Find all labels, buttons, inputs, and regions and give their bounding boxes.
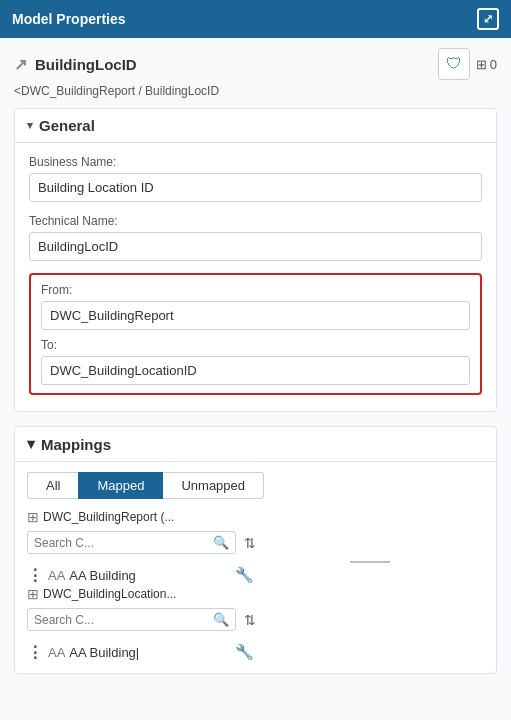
mappings-chevron-icon: ▾ [27, 435, 35, 453]
left-col-header: ⊞ DWC_BuildingReport (... [27, 509, 256, 525]
right-search-input[interactable] [34, 613, 209, 627]
left-item-aa-icon: AA [48, 568, 65, 583]
grid-count: 0 [490, 57, 497, 72]
expand-icon: ⤢ [483, 12, 493, 26]
left-item-label: AA Building [69, 568, 136, 583]
right-col-header: ⊞ DWC_BuildingLocation... [27, 586, 256, 602]
right-col-label: DWC_BuildingLocation... [43, 587, 176, 601]
technical-name-group: Technical Name: [29, 214, 482, 261]
entity-name-label: BuildingLocID [35, 56, 137, 73]
mapping-left-col: ⊞ DWC_BuildingReport (... 🔍 ⇅ ⋮ AA [27, 509, 256, 586]
technical-name-input[interactable] [29, 232, 482, 261]
entity-name-group: ↗ BuildingLocID [14, 55, 137, 74]
mappings-section-header[interactable]: ▾ Mappings [15, 427, 496, 462]
mapping-columns: ⊞ DWC_BuildingReport (... 🔍 ⇅ ⋮ AA [15, 509, 496, 673]
to-label: To: [41, 338, 470, 352]
shield-button[interactable]: 🛡 [438, 48, 470, 80]
from-to-box: From: To: [29, 273, 482, 395]
tab-unmapped[interactable]: Unmapped [163, 472, 264, 499]
general-section: ▾ General Business Name: Technical Name:… [14, 108, 497, 412]
mapping-right-col: ⊞ DWC_BuildingLocation... 🔍 ⇅ ⋮ AA [27, 586, 256, 663]
general-section-title: General [39, 117, 95, 134]
general-section-header[interactable]: ▾ General [15, 109, 496, 143]
right-tool-icon[interactable]: 🔧 [233, 641, 256, 663]
expand-button[interactable]: ⤢ [477, 8, 499, 30]
grid-button[interactable]: ⊞ 0 [476, 57, 497, 72]
left-search-input[interactable] [34, 536, 209, 550]
panel-body: ↗ BuildingLocID 🛡 ⊞ 0 <DWC_BuildingRepor… [0, 38, 511, 720]
right-mapping-item-row: ⋮ AA AA Building| 🔧 [27, 637, 256, 663]
grid-icon: ⊞ [476, 57, 487, 72]
right-item-aa-icon: AA [48, 645, 65, 660]
tab-mapped[interactable]: Mapped [78, 472, 163, 499]
entity-row: ↗ BuildingLocID 🛡 ⊞ 0 [14, 48, 497, 80]
mapping-line-svg [350, 557, 390, 567]
right-mapping-item: AA AA Building| [48, 645, 229, 660]
from-label: From: [41, 283, 470, 297]
breadcrumb-current: BuildingLocID [145, 84, 219, 98]
left-col-label: DWC_BuildingReport (... [43, 510, 174, 524]
breadcrumb-parent[interactable]: <DWC_BuildingReport [14, 84, 135, 98]
left-dots-menu[interactable]: ⋮ [27, 566, 44, 585]
left-search-icon: 🔍 [213, 535, 229, 550]
right-db-icon: ⊞ [27, 586, 39, 602]
general-chevron-icon: ▾ [27, 119, 33, 132]
right-search-icon: 🔍 [213, 612, 229, 627]
right-sort-button[interactable]: ⇅ [244, 612, 256, 628]
left-tool-icon[interactable]: 🔧 [233, 564, 256, 586]
to-input[interactable] [41, 356, 470, 385]
right-dots-menu[interactable]: ⋮ [27, 643, 44, 662]
business-name-group: Business Name: [29, 155, 482, 202]
left-db-icon: ⊞ [27, 509, 39, 525]
general-section-body: Business Name: Technical Name: From: To: [15, 143, 496, 411]
right-search-row: 🔍 [27, 608, 236, 631]
panel-header: Model Properties ⤢ [0, 0, 511, 38]
entity-actions: 🛡 ⊞ 0 [438, 48, 497, 80]
from-input[interactable] [41, 301, 470, 330]
tab-all[interactable]: All [27, 472, 78, 499]
business-name-label: Business Name: [29, 155, 482, 169]
panel-title: Model Properties [12, 11, 126, 27]
technical-name-label: Technical Name: [29, 214, 482, 228]
breadcrumb[interactable]: <DWC_BuildingReport / BuildingLocID [14, 84, 497, 98]
right-item-label: AA Building| [69, 645, 139, 660]
left-mapping-item-row: ⋮ AA AA Building 🔧 [27, 560, 256, 586]
mappings-tab-bar: All Mapped Unmapped [15, 462, 496, 499]
mappings-section: ▾ Mappings All Mapped Unmapped ⊞ DWC_Bui… [14, 426, 497, 674]
left-search-row: 🔍 [27, 531, 236, 554]
entity-type-icon: ↗ [14, 55, 27, 74]
left-mapping-item: AA AA Building [48, 568, 229, 583]
mappings-section-title: Mappings [41, 436, 111, 453]
model-properties-panel: Model Properties ⤢ ↗ BuildingLocID 🛡 ⊞ 0 [0, 0, 511, 720]
business-name-input[interactable] [29, 173, 482, 202]
shield-icon: 🛡 [446, 55, 462, 73]
left-sort-button[interactable]: ⇅ [244, 535, 256, 551]
